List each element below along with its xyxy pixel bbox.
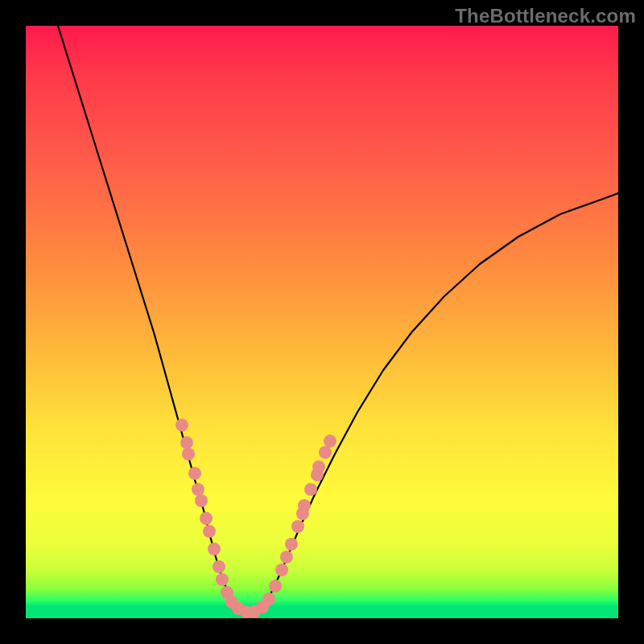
sample-dot [324,435,336,448]
sample-dot [213,560,225,573]
sample-dot [269,580,282,592]
sample-dot [285,538,298,551]
sample-dot [188,467,201,480]
sample-dot [175,419,188,431]
sample-dot [280,551,293,564]
sample-dot [200,512,213,525]
sample-dot [262,592,275,605]
outer-frame: TheBottleneck.com [0,0,644,644]
sample-dot [291,520,304,533]
curve-layer [26,26,618,618]
sample-dot [192,483,204,496]
sample-dot [182,448,195,460]
sample-dot [304,483,317,496]
plot-area [26,26,618,618]
sample-dot [275,564,288,576]
sample-dot [180,436,193,449]
sample-dot [298,499,311,512]
bottleneck-curve [58,26,618,613]
sample-dot [195,494,208,507]
sample-dot [208,543,221,555]
sample-dot [312,460,325,473]
sample-dot [216,573,229,586]
sample-dots [175,419,336,618]
sample-dot [319,446,332,459]
sample-dot [203,525,216,538]
watermark-text: TheBottleneck.com [455,5,636,27]
